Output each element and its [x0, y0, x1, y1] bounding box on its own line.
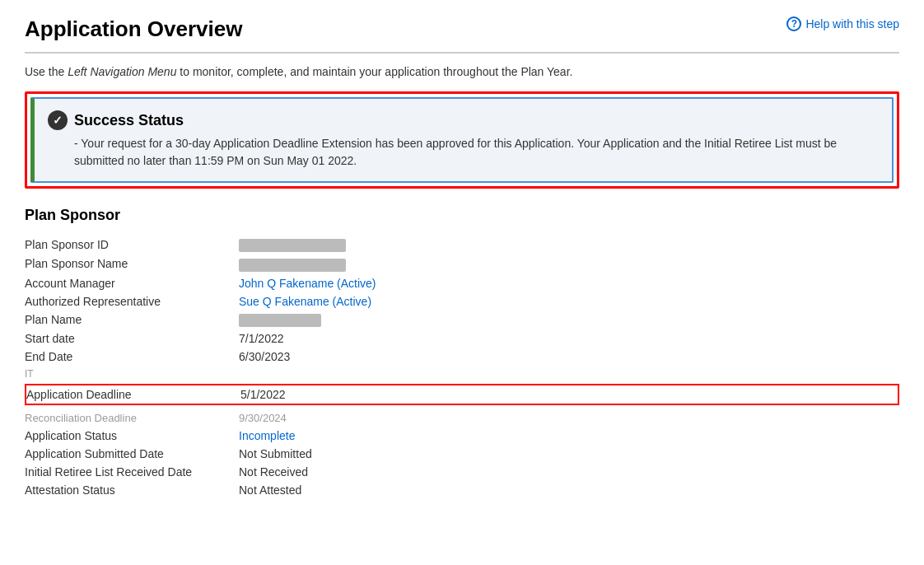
field-value: 6/30/2023: [239, 348, 899, 366]
field-label: Reconciliation Deadline: [25, 409, 239, 427]
field-label: Authorized Representative: [25, 292, 239, 311]
success-checkmark-icon: [48, 110, 68, 130]
field-value: Not Received: [239, 463, 899, 481]
table-row: IT: [25, 366, 899, 382]
field-value: [239, 366, 899, 382]
table-row: Attestation Status Not Attested: [25, 481, 899, 499]
account-manager-link[interactable]: John Q Fakename (Active): [239, 277, 376, 290]
field-label: Application Status: [25, 427, 239, 445]
field-label: Attestation Status: [25, 481, 239, 499]
table-row: Start date 7/1/2022: [25, 329, 899, 348]
table-row: Account Manager John Q Fakename (Active): [25, 274, 899, 292]
field-value: John Q Fakename (Active): [239, 274, 899, 292]
field-value: Incomplete: [239, 427, 899, 445]
nav-instruction: Use the Left Navigation Menu to monitor,…: [25, 65, 899, 78]
field-value: [239, 311, 899, 329]
field-label: Plan Name: [25, 311, 239, 329]
blurred-value: [239, 259, 346, 272]
field-value: [239, 254, 899, 273]
field-label: Plan Sponsor ID: [25, 236, 239, 254]
success-title: Success Status: [74, 112, 184, 129]
page-title: Application Overview: [25, 16, 242, 42]
table-row: Authorized Representative Sue Q Fakename…: [25, 292, 899, 311]
authorized-rep-link[interactable]: Sue Q Fakename (Active): [239, 295, 371, 308]
help-label: Help with this step: [805, 17, 899, 30]
table-row: Application Status Incomplete: [25, 427, 899, 445]
success-box: Success Status - Your request for a 30-d…: [30, 97, 894, 183]
success-title-row: Success Status: [48, 110, 879, 130]
page-container: Application Overview ? Help with this st…: [0, 0, 924, 524]
field-value: 9/30/2024: [239, 409, 899, 427]
application-status-link[interactable]: Incomplete: [239, 429, 295, 442]
page-header: Application Overview ? Help with this st…: [25, 16, 899, 54]
help-icon: ?: [786, 16, 801, 31]
plan-sponsor-table: Plan Sponsor ID Plan Sponsor Name Accoun…: [25, 236, 899, 382]
table-row: Reconciliation Deadline 9/30/2024: [25, 409, 899, 427]
help-link[interactable]: ? Help with this step: [786, 16, 899, 31]
field-label: End Date: [25, 348, 239, 366]
plan-sponsor-section-title: Plan Sponsor: [25, 207, 899, 224]
field-value: 5/1/2022: [240, 385, 898, 404]
plan-sponsor-section: Plan Sponsor Plan Sponsor ID Plan Sponso…: [25, 207, 899, 499]
field-label: Application Deadline: [26, 385, 240, 404]
field-label: Application Submitted Date: [25, 445, 239, 463]
field-label: IT: [25, 366, 239, 382]
deadline-table: Application Deadline 5/1/2022: [26, 385, 898, 404]
field-value: Not Attested: [239, 481, 899, 499]
nav-italic: Left Navigation Menu: [68, 65, 176, 78]
field-value: [239, 236, 899, 254]
field-value: Not Submitted: [239, 445, 899, 463]
application-deadline-row: Application Deadline 5/1/2022: [26, 385, 898, 404]
application-deadline-border: Application Deadline 5/1/2022: [25, 384, 899, 405]
success-message: - Your request for a 30-day Application …: [74, 135, 879, 170]
blurred-value: [239, 314, 321, 327]
table-row: Plan Sponsor Name: [25, 254, 899, 273]
field-label: Plan Sponsor Name: [25, 254, 239, 273]
success-content: Success Status - Your request for a 30-d…: [48, 110, 879, 170]
nav-prefix: Use the: [25, 65, 68, 78]
blurred-value: [239, 239, 346, 252]
table-row: Initial Retiree List Received Date Not R…: [25, 463, 899, 481]
table-row: Plan Sponsor ID: [25, 236, 899, 254]
table-row: Plan Name: [25, 311, 899, 329]
success-outer-border: Success Status - Your request for a 30-d…: [25, 91, 899, 189]
field-label: Start date: [25, 329, 239, 348]
field-label: Account Manager: [25, 274, 239, 292]
field-label: Initial Retiree List Received Date: [25, 463, 239, 481]
nav-suffix: to monitor, complete, and maintain your …: [176, 65, 572, 78]
table-row: Application Submitted Date Not Submitted: [25, 445, 899, 463]
plan-sponsor-table-2: Reconciliation Deadline 9/30/2024 Applic…: [25, 409, 899, 499]
table-row: End Date 6/30/2023: [25, 348, 899, 366]
field-value: 7/1/2022: [239, 329, 899, 348]
field-value: Sue Q Fakename (Active): [239, 292, 899, 311]
